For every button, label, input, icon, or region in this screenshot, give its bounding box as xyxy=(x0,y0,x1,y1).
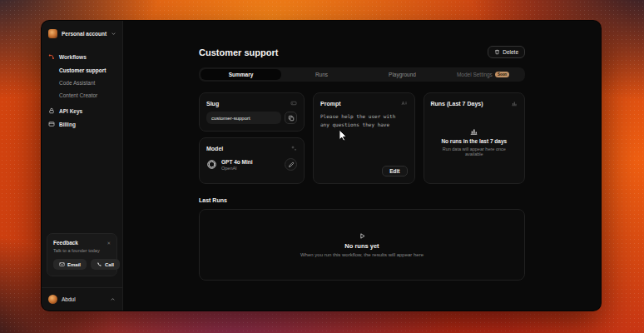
lock-icon xyxy=(48,107,55,114)
tab-playground[interactable]: Playground xyxy=(362,69,443,80)
phone-icon xyxy=(97,261,102,267)
play-icon xyxy=(359,232,366,240)
app-window: Personal account Workflows Customer supp… xyxy=(41,20,602,311)
user-name: Abdul xyxy=(62,296,76,302)
sidebar-item-label: Workflows xyxy=(59,54,87,60)
sidebar-item-code-assistant[interactable]: Code Assistant xyxy=(42,77,122,89)
tab-bar: Summary Runs Playground Model Settings S… xyxy=(199,67,525,82)
bar-chart-icon xyxy=(511,100,518,107)
envelope-icon xyxy=(59,261,65,267)
last-runs-card: No runs yet When you run this workflow, … xyxy=(199,209,525,281)
workflow-icon xyxy=(48,53,55,60)
call-button-label: Call xyxy=(105,262,114,267)
sidebar-item-api-keys[interactable]: API Keys xyxy=(42,104,122,117)
bar-chart-empty-icon xyxy=(469,127,478,136)
sidebar-nav: Workflows Customer support Code Assistan… xyxy=(42,50,122,131)
sidebar-spacer xyxy=(42,131,122,228)
text-icon xyxy=(401,100,408,107)
user-avatar xyxy=(48,295,57,304)
prompt-card: Prompt Please help the user with any que… xyxy=(313,92,415,184)
trash-icon xyxy=(494,49,500,55)
soon-badge: Soon xyxy=(495,72,509,77)
sidebar-item-label: Billing xyxy=(59,122,76,127)
prompt-text: Please help the user with any questions … xyxy=(320,112,408,128)
delete-button-label: Delete xyxy=(503,49,518,55)
tab-label: Model Settings xyxy=(457,72,493,77)
email-button[interactable]: Email xyxy=(53,259,87,270)
sidebar-item-content-creator[interactable]: Content Creator xyxy=(42,89,122,102)
delete-button[interactable]: Delete xyxy=(488,46,525,58)
tab-summary[interactable]: Summary xyxy=(201,69,281,80)
last-runs-empty-title: No runs yet xyxy=(344,242,379,250)
edit-model-button[interactable] xyxy=(285,158,297,171)
sidebar-item-customer-support[interactable]: Customer support xyxy=(42,64,122,77)
feedback-title: Feedback xyxy=(53,240,78,246)
slug-card-title: Slug xyxy=(206,101,219,107)
tab-runs[interactable]: Runs xyxy=(281,69,362,80)
copy-icon xyxy=(288,115,295,122)
workflow-list: Customer support Code Assistant Content … xyxy=(42,64,122,102)
page-title: Customer support xyxy=(199,47,278,57)
tab-model-settings[interactable]: Model Settings Soon xyxy=(443,69,523,80)
tag-icon xyxy=(290,100,297,107)
credit-card-icon xyxy=(48,121,55,127)
copy-button[interactable] xyxy=(285,112,297,124)
openai-logo-icon xyxy=(206,159,217,170)
feedback-subtitle: Talk to a founder today xyxy=(53,248,111,253)
model-card-title: Model xyxy=(206,146,223,152)
email-button-label: Email xyxy=(67,262,81,267)
account-label: Personal account xyxy=(62,31,107,37)
chevron-up-icon xyxy=(110,296,116,302)
sidebar-item-billing[interactable]: Billing xyxy=(42,117,122,131)
runs-card-title: Runs (Last 7 Days) xyxy=(431,101,483,107)
sparkles-icon xyxy=(290,145,297,152)
feedback-card: Feedback ✕ Talk to a founder today Email… xyxy=(47,233,117,276)
prompt-card-title: Prompt xyxy=(320,101,341,107)
runs-card: Runs (Last 7 Days) No runs in the last 7… xyxy=(424,92,526,184)
account-switcher[interactable]: Personal account xyxy=(42,21,122,42)
user-menu[interactable]: Abdul xyxy=(42,288,122,311)
runs-empty-title: No runs in the last 7 days xyxy=(441,138,507,144)
sidebar: Personal account Workflows Customer supp… xyxy=(42,21,123,311)
main-area: Customer support Delete Summary Runs Pla… xyxy=(123,21,601,311)
last-runs-title: Last Runs xyxy=(199,197,525,203)
runs-empty-subtitle: Run data will appear here once available xyxy=(434,147,515,157)
model-provider: OpenAI xyxy=(221,166,253,171)
slug-input[interactable] xyxy=(206,112,281,124)
account-avatar xyxy=(48,29,57,38)
pencil-icon xyxy=(288,162,295,168)
close-icon[interactable]: ✕ xyxy=(107,241,111,246)
sidebar-item-label: API Keys xyxy=(59,108,82,114)
call-button[interactable]: Call xyxy=(91,259,120,270)
slug-card: Slug xyxy=(199,92,305,132)
edit-prompt-button[interactable]: Edit xyxy=(382,166,407,176)
sidebar-item-workflows[interactable]: Workflows xyxy=(42,50,122,63)
model-card: Model GPT 4o Mini OpenAI xyxy=(199,137,305,184)
model-name: GPT 4o Mini xyxy=(221,159,253,165)
chevron-down-icon xyxy=(111,31,116,37)
last-runs-empty-subtitle: When you run this workflow, the results … xyxy=(300,252,424,257)
